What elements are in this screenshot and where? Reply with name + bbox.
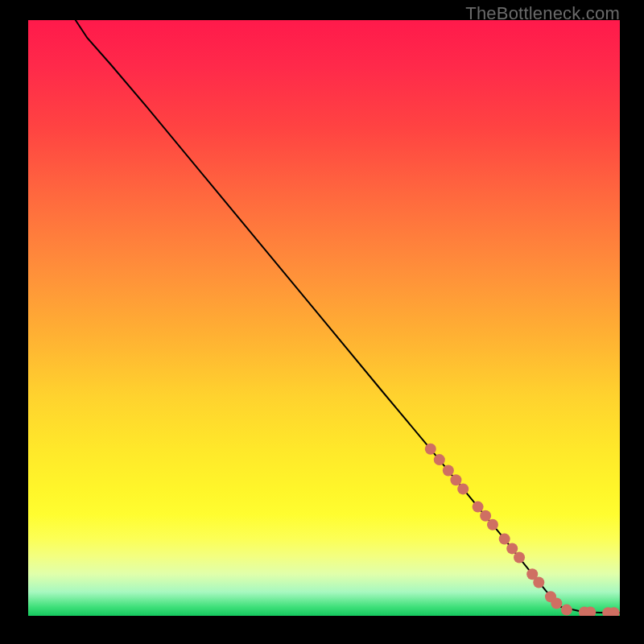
curve-layer	[28, 20, 620, 616]
marker-dot	[551, 597, 562, 609]
marker-dot	[473, 502, 484, 513]
marker-dot	[457, 483, 469, 494]
marker-dot	[506, 543, 518, 554]
marker-dot	[499, 534, 510, 545]
main-curve	[76, 20, 620, 613]
marker-dot	[561, 605, 572, 616]
chart-frame: TheBottleneck.com	[0, 0, 644, 644]
marker-dot	[533, 577, 544, 588]
marker-dot	[434, 454, 445, 465]
marker-dot	[514, 551, 525, 563]
marker-dot	[450, 474, 461, 485]
gradient-plot-area	[28, 20, 620, 616]
marker-dot	[443, 464, 454, 476]
marker-dot	[487, 519, 498, 530]
marker-dot	[480, 510, 491, 522]
marker-dot	[425, 444, 436, 455]
marker-group	[425, 444, 620, 616]
